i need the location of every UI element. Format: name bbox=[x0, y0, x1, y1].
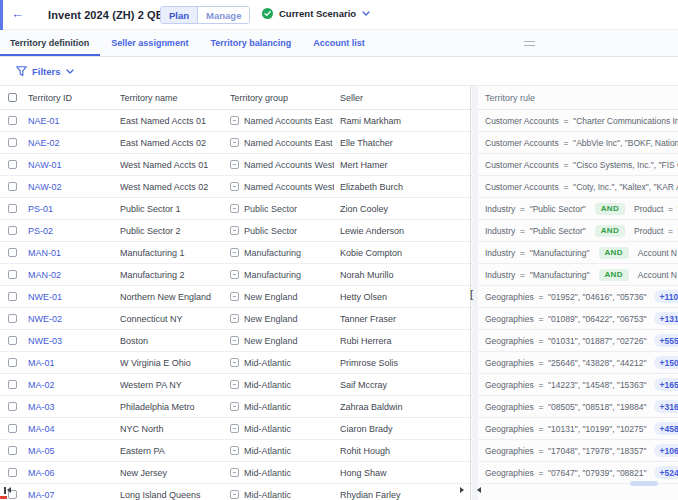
table-row[interactable]: MAN-02Manufacturing 2ManufacturingNorah … bbox=[0, 264, 470, 286]
table-row[interactable]: PS-01Public Sector 1Public SectorZion Co… bbox=[0, 198, 470, 220]
filters-button[interactable]: Filters bbox=[16, 66, 74, 77]
row-checkbox[interactable] bbox=[8, 248, 17, 257]
column-header-territory-name[interactable]: Territory name bbox=[120, 93, 230, 103]
more-count-badge[interactable]: +1060 bbox=[654, 444, 678, 457]
territory-id-link[interactable]: MA-07 bbox=[28, 490, 120, 500]
more-count-badge[interactable]: +316 bbox=[654, 400, 678, 413]
row-checkbox[interactable] bbox=[8, 138, 17, 147]
tab-seller-assignment[interactable]: Seller assignment bbox=[100, 30, 199, 56]
territory-rule-row[interactable]: Customer Accounts = "AbbVie Inc", "BOKF,… bbox=[471, 132, 678, 154]
current-scenario-dropdown[interactable]: Current Scenario bbox=[262, 8, 370, 19]
row-checkbox[interactable] bbox=[8, 160, 17, 169]
more-count-badge[interactable]: +458 bbox=[654, 422, 678, 435]
territory-rule-row[interactable]: Industry = "Public Sector"ANDProduct = " bbox=[471, 198, 678, 220]
territory-id-link[interactable]: MA-04 bbox=[28, 424, 120, 434]
manage-button[interactable]: Manage bbox=[197, 7, 249, 23]
territory-id-link[interactable]: NWE-01 bbox=[28, 292, 120, 302]
territory-id-link[interactable]: NWE-02 bbox=[28, 314, 120, 324]
horizontal-scrollbar-thumb[interactable] bbox=[630, 481, 658, 486]
more-count-badge[interactable]: +524 bbox=[654, 466, 678, 479]
territory-id-link[interactable]: PS-02 bbox=[28, 226, 120, 236]
territory-id-link[interactable]: MAN-01 bbox=[28, 248, 120, 258]
table-row[interactable]: NWE-03BostonNew EnglandRubi Herrera bbox=[0, 330, 470, 352]
back-arrow-icon[interactable]: ← bbox=[11, 6, 24, 22]
row-checkbox[interactable] bbox=[8, 468, 17, 477]
drag-handle-icon[interactable] bbox=[524, 41, 535, 46]
row-checkbox[interactable] bbox=[8, 226, 17, 235]
table-row[interactable]: MA-07Long Island QueensMid-AtlanticRhydi… bbox=[0, 484, 470, 500]
more-count-badge[interactable]: +555 bbox=[654, 334, 678, 347]
table-row[interactable]: MAN-01Manufacturing 1ManufacturingKobie … bbox=[0, 242, 470, 264]
table-row[interactable]: NAW-01West Named Accts 01Named Accounts … bbox=[0, 154, 470, 176]
territory-rule-row[interactable]: Geographies = "10131", "10199", "10275"+… bbox=[471, 418, 678, 440]
row-checkbox[interactable] bbox=[8, 116, 17, 125]
row-checkbox[interactable] bbox=[8, 182, 17, 191]
territory-rule-row[interactable]: Industry = "Manufacturing"ANDAccount N bbox=[471, 242, 678, 264]
territory-id-link[interactable]: PS-01 bbox=[28, 204, 120, 214]
more-count-badge[interactable]: +1508 bbox=[654, 356, 678, 369]
column-header-territory-id[interactable]: Territory ID bbox=[28, 93, 120, 103]
row-checkbox[interactable] bbox=[8, 204, 17, 213]
tab-territory-definition[interactable]: Territory definition bbox=[0, 30, 100, 56]
table-row[interactable]: MA-03Philadelphia MetroMid-AtlanticZahra… bbox=[0, 396, 470, 418]
table-row[interactable]: MA-05Eastern PAMid-AtlanticRohit Hough bbox=[0, 440, 470, 462]
row-checkbox[interactable] bbox=[8, 424, 17, 433]
territory-id-link[interactable]: MA-03 bbox=[28, 402, 120, 412]
table-row[interactable]: MA-06New JerseyMid-AtlanticHong Shaw bbox=[0, 462, 470, 484]
table-row[interactable]: NAE-01East Named Accts 01Named Accounts … bbox=[0, 110, 470, 132]
territory-id-link[interactable]: MA-06 bbox=[28, 468, 120, 478]
territory-rule-row[interactable]: Geographies = "17048", "17978", "18357"+… bbox=[471, 440, 678, 462]
table-row[interactable]: PS-02Public Sector 2Public SectorLewie A… bbox=[0, 220, 470, 242]
column-header-territory-group[interactable]: Territory group bbox=[230, 93, 340, 103]
territory-id-link[interactable]: MA-05 bbox=[28, 446, 120, 456]
tab-account-list[interactable]: Account list bbox=[302, 30, 376, 56]
scroll-left-icon[interactable] bbox=[477, 487, 481, 493]
territory-id-link[interactable]: NAE-02 bbox=[28, 138, 120, 148]
row-checkbox[interactable] bbox=[8, 446, 17, 455]
tab-territory-balancing[interactable]: Territory balancing bbox=[199, 30, 302, 56]
territory-id-link[interactable]: NAW-02 bbox=[28, 182, 120, 192]
territory-rule-row[interactable]: Geographies = "14223", "14548", "15363"+… bbox=[471, 374, 678, 396]
territory-id-link[interactable]: MAN-02 bbox=[28, 270, 120, 280]
territory-rule-row[interactable]: Geographies = "25646", "43828", "44212"+… bbox=[471, 352, 678, 374]
table-row[interactable]: MA-01W Virginia E OhioMid-AtlanticPrimro… bbox=[0, 352, 470, 374]
row-checkbox[interactable] bbox=[8, 270, 17, 279]
territory-rule-row[interactable]: Industry = "Public Sector"ANDProduct = " bbox=[471, 220, 678, 242]
territory-id-link[interactable]: NWE-03 bbox=[28, 336, 120, 346]
column-header-territory-rule[interactable]: Territory rule bbox=[471, 86, 678, 110]
territory-rule-row[interactable]: Geographies = "01089", "06422", "06753"+… bbox=[471, 308, 678, 330]
table-row[interactable]: NWE-01Northern New EnglandNew EnglandHet… bbox=[0, 286, 470, 308]
column-header-seller[interactable]: Seller bbox=[340, 93, 470, 103]
more-count-badge[interactable]: +1102 bbox=[654, 290, 678, 303]
row-checkbox[interactable] bbox=[8, 314, 17, 323]
row-checkbox[interactable] bbox=[8, 292, 17, 301]
row-checkbox[interactable] bbox=[8, 336, 17, 345]
territory-id-link[interactable]: MA-01 bbox=[28, 358, 120, 368]
row-checkbox[interactable] bbox=[8, 358, 17, 367]
row-checkbox[interactable] bbox=[8, 402, 17, 411]
row-checkbox[interactable] bbox=[8, 380, 17, 389]
scroll-right-icon[interactable] bbox=[460, 487, 464, 493]
territory-rule-row[interactable]: Geographies = "01031", "01887", "02726"+… bbox=[471, 330, 678, 352]
territory-rule-row[interactable]: Customer Accounts = "Charter Communicati… bbox=[471, 110, 678, 132]
checkbox-cell bbox=[0, 116, 28, 125]
territory-rule-row[interactable]: Geographies = "08505", "08518", "19884"+… bbox=[471, 396, 678, 418]
territory-rule-row[interactable]: Customer Accounts = "Coty, Inc.", "Kalte… bbox=[471, 176, 678, 198]
select-all-checkbox[interactable] bbox=[8, 93, 17, 102]
table-row[interactable]: NAW-02West Named Accts 02Named Accounts … bbox=[0, 176, 470, 198]
more-count-badge[interactable]: +1316 bbox=[654, 312, 678, 325]
table-row[interactable]: NAE-02East Named Accts 02Named Accounts … bbox=[0, 132, 470, 154]
territory-name: New Jersey bbox=[120, 468, 230, 478]
table-row[interactable]: NWE-02Connecticut NYNew EnglandTanner Fr… bbox=[0, 308, 470, 330]
territory-id-link[interactable]: NAW-01 bbox=[28, 160, 120, 170]
more-count-badge[interactable]: +1657 bbox=[654, 378, 678, 391]
table-row[interactable]: MA-04NYC NorthMid-AtlanticCiaron Brady bbox=[0, 418, 470, 440]
territory-rule-row[interactable]: Geographies = "01952", "04616", "05736"+… bbox=[471, 286, 678, 308]
territory-rule-row[interactable]: Customer Accounts = "Cisco Systems, Inc.… bbox=[471, 154, 678, 176]
table-row[interactable]: MA-02Western PA NYMid-AtlanticSaif Mccra… bbox=[0, 374, 470, 396]
territory-id-link[interactable]: NAE-01 bbox=[28, 116, 120, 126]
territory-rule-row[interactable]: Industry = "Manufacturing"ANDAccount N bbox=[471, 264, 678, 286]
territory-rule-row[interactable] bbox=[471, 484, 678, 500]
territory-id-link[interactable]: MA-02 bbox=[28, 380, 120, 390]
plan-button[interactable]: Plan bbox=[161, 7, 197, 23]
